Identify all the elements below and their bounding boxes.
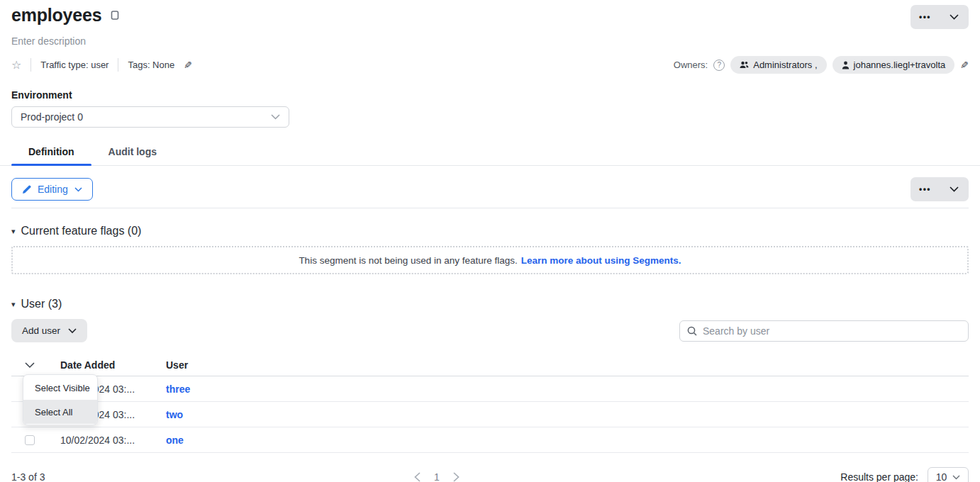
owners-label: Owners:: [674, 60, 708, 70]
user-link[interactable]: two: [166, 409, 969, 420]
favorite-star-icon[interactable]: ☆: [11, 60, 21, 71]
pagination: 1: [414, 471, 460, 482]
learn-more-link[interactable]: Learn more about using Segments.: [521, 255, 681, 266]
collapse-triangle-icon: ▾: [11, 228, 16, 235]
table-footer: 1-3 of 3 1 Results per page: 10: [11, 465, 969, 482]
page-size-value: 10: [936, 471, 947, 482]
header-dropdown-button[interactable]: [940, 5, 969, 29]
column-header-user[interactable]: User: [166, 359, 969, 371]
search-input[interactable]: [703, 325, 961, 337]
tab-bar: Definition Audit logs: [0, 139, 980, 166]
menu-item-select-visible[interactable]: Select Visible: [23, 376, 97, 400]
editing-toolbar: Editing •••: [11, 177, 969, 208]
users-heading: User (3): [21, 298, 62, 310]
add-user-label: Add user: [22, 325, 60, 336]
empty-state-message: This segment is not being used in any fe…: [299, 255, 517, 266]
table-row: 10/02/2024 03:... three: [11, 376, 969, 402]
chevron-right-icon: [453, 472, 460, 482]
header-overflow-button-group: •••: [911, 5, 969, 29]
chevron-down-icon: [271, 114, 280, 120]
row-checkbox[interactable]: [25, 435, 35, 445]
chevron-down-icon: [25, 362, 35, 369]
chevron-down-icon: [952, 475, 960, 480]
owner-chip-label: Administrators ,: [753, 60, 817, 70]
segment-page: employees ••• Enter description ☆ Traffi…: [0, 0, 980, 482]
users-controls: Add user: [11, 319, 969, 342]
add-user-button[interactable]: Add user: [11, 319, 87, 342]
chevron-down-icon: [74, 187, 82, 192]
editing-button-label: Editing: [38, 184, 68, 195]
results-range: 1-3 of 3: [11, 471, 45, 482]
user-link[interactable]: one: [166, 435, 969, 446]
pencil-icon: [22, 185, 31, 194]
toolbar-overflow-button-group: •••: [911, 177, 969, 201]
header: employees •••: [11, 0, 969, 29]
user-search: [679, 320, 969, 342]
editing-button[interactable]: Editing: [11, 178, 93, 201]
owner-chip-administrators[interactable]: Administrators ,: [730, 56, 826, 74]
overflow-menu-icon: •••: [919, 185, 931, 194]
table-row: 10/02/2024 03:... two: [11, 402, 969, 427]
edit-tags-icon[interactable]: ✎: [184, 60, 192, 71]
environment-select[interactable]: Prod-project 0: [11, 106, 289, 128]
column-header-date-added[interactable]: Date Added: [60, 359, 166, 371]
divider: [118, 58, 118, 72]
people-icon: [740, 61, 749, 69]
menu-item-select-all[interactable]: Select All: [23, 400, 97, 424]
page-size-select[interactable]: 10: [928, 467, 969, 482]
next-page-button[interactable]: [453, 472, 460, 482]
help-icon[interactable]: ?: [713, 60, 725, 71]
tags-label: Tags: None: [128, 60, 174, 70]
overflow-menu-button[interactable]: •••: [911, 5, 940, 29]
page-title: employees: [11, 5, 101, 26]
traffic-type-label: Traffic type: user: [40, 60, 108, 70]
table-header-row: Date Added User: [11, 354, 969, 376]
date-added-cell: 10/02/2024 03:...: [60, 435, 166, 446]
feature-flags-empty-state: This segment is not being used in any fe…: [11, 246, 969, 274]
person-icon: [842, 61, 850, 69]
toolbar-dropdown-button[interactable]: [940, 177, 969, 201]
owner-chip-label: johannes.liegl+travolta: [854, 60, 946, 70]
user-link[interactable]: three: [166, 383, 969, 395]
feature-flags-section-toggle[interactable]: ▾ Current feature flags (0): [11, 225, 969, 237]
owner-chip-user[interactable]: johannes.liegl+travolta: [833, 56, 955, 74]
users-table: Date Added User 10/02/2024 03:... three …: [11, 354, 969, 453]
description-placeholder[interactable]: Enter description: [11, 35, 969, 47]
chevron-down-icon: [68, 328, 77, 334]
table-row: 10/02/2024 03:... one: [11, 427, 969, 453]
results-per-page-label: Results per page:: [840, 471, 918, 482]
collapse-triangle-icon: ▾: [11, 301, 16, 308]
current-page-number[interactable]: 1: [434, 471, 440, 482]
select-menu-trigger[interactable]: [25, 362, 35, 369]
environment-block: Environment Prod-project 0: [11, 89, 969, 128]
overflow-menu-icon: •••: [919, 13, 931, 21]
tab-definition[interactable]: Definition: [11, 139, 91, 165]
environment-selected-value: Prod-project 0: [21, 111, 83, 123]
environment-label: Environment: [11, 89, 969, 101]
search-icon: [687, 326, 697, 336]
meta-row: ☆ Traffic type: user Tags: None ✎ Owners…: [11, 56, 969, 74]
edit-owners-icon[interactable]: ✎: [960, 60, 969, 71]
tab-audit-logs[interactable]: Audit logs: [91, 139, 174, 165]
previous-page-button[interactable]: [414, 472, 421, 482]
chevron-left-icon: [414, 472, 421, 482]
copy-icon[interactable]: [108, 11, 119, 23]
feature-flags-heading: Current feature flags (0): [21, 225, 142, 237]
chevron-down-icon: [950, 186, 959, 192]
select-dropdown-menu: Select Visible Select All: [23, 374, 98, 425]
users-section-toggle[interactable]: ▾ User (3): [11, 298, 969, 310]
overflow-menu-button[interactable]: •••: [911, 177, 940, 201]
divider: [30, 58, 31, 72]
chevron-down-icon: [950, 14, 959, 20]
